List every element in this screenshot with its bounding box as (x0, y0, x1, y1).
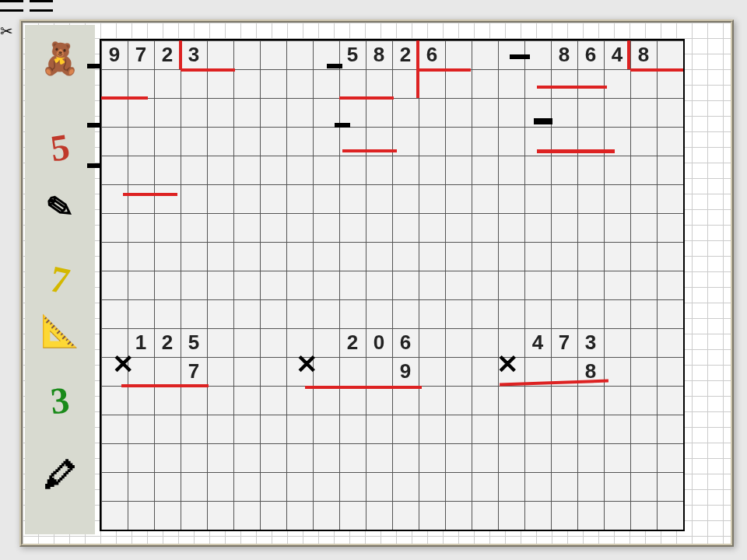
cut-line (0, 9, 23, 12)
red-line (101, 96, 148, 100)
digit: 8 (551, 40, 577, 69)
pencil-icon: ✏ (20, 172, 100, 243)
red-line (342, 149, 397, 152)
digit: 9 (101, 40, 128, 69)
digit: 9 (392, 357, 419, 386)
digit-five: 5 (23, 121, 98, 173)
digit: 3 (181, 40, 207, 69)
minus-mark (327, 64, 342, 68)
red-line (123, 193, 177, 196)
red-line (179, 40, 182, 69)
digit: 7 (181, 357, 207, 386)
multiply-icon: ✕ (496, 348, 518, 380)
digit: 4 (524, 328, 551, 357)
red-line (181, 68, 235, 72)
digit: 7 (551, 328, 577, 357)
digit: 8 (366, 40, 392, 69)
digit: 0 (366, 328, 392, 357)
digit: 3 (577, 328, 604, 357)
minus-mark (87, 64, 101, 68)
digit-seven: 7 (21, 251, 98, 308)
cut-line (0, 0, 23, 2)
scissors-icon: ✂ (0, 22, 13, 40)
digit: 6 (392, 328, 419, 357)
cut-line (30, 0, 53, 2)
multiply-icon: ✕ (296, 348, 317, 380)
minus-mark (87, 163, 101, 168)
digit: 5 (339, 40, 366, 69)
minus-mark (510, 54, 530, 59)
digit: 2 (392, 40, 419, 69)
digit: 6 (577, 40, 604, 69)
digit: 6 (419, 40, 445, 69)
digit: 8 (630, 40, 657, 69)
math-grid: 9 7 2 3 5 8 2 6 8 6 4 8 1 2 5 7 2 0 6 9 … (100, 39, 685, 531)
digit-three: 3 (23, 375, 96, 425)
red-line (627, 40, 630, 69)
decoration-sidebar: 🧸 5 ✏ 7 📐 3 🖍 (25, 25, 95, 534)
digit: 7 (128, 40, 154, 69)
red-line (339, 96, 394, 100)
red-line (537, 149, 615, 153)
pencil-cup-icon: 🖍 (25, 457, 95, 494)
digit: 5 (181, 328, 207, 357)
digit: 2 (339, 328, 366, 357)
digit: 4 (604, 40, 630, 69)
red-line (630, 68, 683, 72)
red-line (121, 384, 209, 387)
digit: 2 (154, 328, 181, 357)
red-line (305, 386, 422, 389)
multiply-icon: ✕ (112, 348, 134, 380)
minus-mark (87, 123, 101, 128)
red-line (416, 68, 471, 72)
red-line (537, 86, 607, 89)
cut-line (30, 9, 53, 12)
minus-mark (534, 118, 552, 124)
digit: 2 (154, 40, 181, 69)
compass-icon: 📐 (25, 313, 95, 349)
minus-mark (335, 123, 350, 128)
doll-icon: 🧸 (25, 40, 95, 77)
